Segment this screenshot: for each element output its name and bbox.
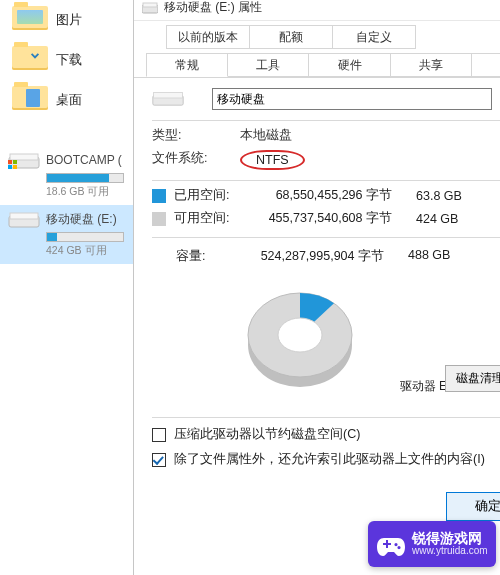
drive-icon bbox=[142, 2, 158, 14]
separator bbox=[152, 120, 500, 121]
svg-rect-3 bbox=[13, 160, 17, 164]
svg-rect-4 bbox=[8, 165, 12, 169]
svg-rect-7 bbox=[10, 213, 38, 219]
quick-access-pictures[interactable]: 图片 bbox=[0, 0, 135, 40]
drive-icon bbox=[152, 88, 192, 110]
drive-name: BOOTCAMP ( bbox=[46, 153, 122, 167]
tab-row-lower: 常规 工具 硬件 共享 安全 bbox=[134, 53, 500, 78]
index-checkbox[interactable] bbox=[152, 453, 166, 467]
quick-access-label: 桌面 bbox=[56, 92, 82, 109]
watermark-title: 锐得游戏网 bbox=[412, 531, 488, 545]
quick-access-downloads[interactable]: 下载 bbox=[0, 40, 135, 80]
tab-security[interactable]: 安全 bbox=[471, 53, 500, 77]
properties-dialog: 移动硬盘 (E:) 属性 以前的版本 配额 自定义 常规 工具 硬件 共享 安全… bbox=[133, 0, 500, 575]
used-swatch-icon bbox=[152, 189, 166, 203]
filesystem-label: 文件系统: bbox=[152, 150, 240, 170]
quick-access-desktop[interactable]: 桌面 bbox=[0, 80, 135, 120]
disk-cleanup-button[interactable]: 磁盘清理(D) bbox=[445, 365, 500, 392]
drive-name-input[interactable] bbox=[212, 88, 492, 110]
folder-icon bbox=[12, 46, 48, 74]
svg-rect-1 bbox=[10, 154, 38, 160]
drive-item-e[interactable]: 移动硬盘 (E:) 424 GB 可用 bbox=[0, 205, 135, 264]
folder-icon bbox=[12, 6, 48, 34]
free-bytes: 455,737,540,608 字节 bbox=[244, 210, 416, 227]
separator bbox=[152, 237, 500, 238]
tab-tools[interactable]: 工具 bbox=[227, 53, 309, 77]
capacity-human: 488 GB bbox=[408, 248, 466, 265]
separator bbox=[152, 417, 500, 418]
compress-checkbox[interactable] bbox=[152, 428, 166, 442]
tab-panel-general: 类型: 本地磁盘 文件系统: NTFS 已用空间: 68,550,455,296… bbox=[134, 78, 500, 533]
drive-item-bootcamp[interactable]: BOOTCAMP ( 18.6 GB 可用 bbox=[0, 146, 135, 205]
drive-usage-bar bbox=[46, 232, 124, 242]
tab-general[interactable]: 常规 bbox=[146, 53, 228, 77]
explorer-sidebar: 图片 下载 桌面 bbox=[0, 0, 135, 575]
free-human: 424 GB bbox=[416, 212, 474, 226]
watermark-badge: 锐得游戏网 www.ytruida.com bbox=[368, 521, 496, 567]
tab-hardware[interactable]: 硬件 bbox=[308, 53, 390, 77]
svg-rect-11 bbox=[154, 92, 183, 98]
drive-subtext: 424 GB 可用 bbox=[46, 244, 129, 258]
tab-custom[interactable]: 自定义 bbox=[332, 25, 416, 49]
type-label: 类型: bbox=[152, 127, 240, 144]
tab-row-upper: 以前的版本 配额 自定义 bbox=[134, 25, 500, 49]
drive-subtext: 18.6 GB 可用 bbox=[46, 185, 129, 199]
free-label: 可用空间: bbox=[174, 210, 244, 227]
free-swatch-icon bbox=[152, 212, 166, 226]
tab-sharing[interactable]: 共享 bbox=[390, 53, 472, 77]
drive-name: 移动硬盘 (E:) bbox=[46, 211, 117, 228]
used-label: 已用空间: bbox=[174, 187, 244, 204]
used-human: 63.8 GB bbox=[416, 189, 474, 203]
drive-usage-bar bbox=[46, 173, 124, 183]
type-value: 本地磁盘 bbox=[240, 127, 292, 144]
drive-icon bbox=[8, 150, 40, 170]
tab-previous-versions[interactable]: 以前的版本 bbox=[166, 25, 250, 49]
quick-access-label: 图片 bbox=[56, 12, 82, 29]
folder-icon bbox=[12, 86, 48, 114]
quick-access-label: 下载 bbox=[56, 52, 82, 69]
dialog-titlebar: 移动硬盘 (E:) 属性 bbox=[134, 0, 500, 21]
drive-icon bbox=[8, 209, 40, 229]
svg-rect-9 bbox=[143, 3, 157, 7]
index-label: 除了文件属性外，还允许索引此驱动器上文件的内容(I) bbox=[174, 451, 485, 468]
filesystem-value: NTFS bbox=[240, 150, 305, 170]
tab-quota[interactable]: 配额 bbox=[249, 25, 333, 49]
capacity-bytes: 524,287,995,904 字节 bbox=[224, 248, 408, 265]
watermark-url: www.ytruida.com bbox=[412, 545, 488, 557]
compress-label: 压缩此驱动器以节约磁盘空间(C) bbox=[174, 426, 360, 443]
gamepad-icon bbox=[376, 530, 406, 558]
svg-rect-5 bbox=[13, 165, 17, 169]
svg-rect-2 bbox=[8, 160, 12, 164]
used-bytes: 68,550,455,296 字节 bbox=[244, 187, 416, 204]
capacity-label: 容量: bbox=[152, 248, 224, 265]
separator bbox=[152, 180, 500, 181]
dialog-title: 移动硬盘 (E:) 属性 bbox=[164, 0, 262, 16]
ok-button[interactable]: 确定 bbox=[446, 492, 500, 521]
